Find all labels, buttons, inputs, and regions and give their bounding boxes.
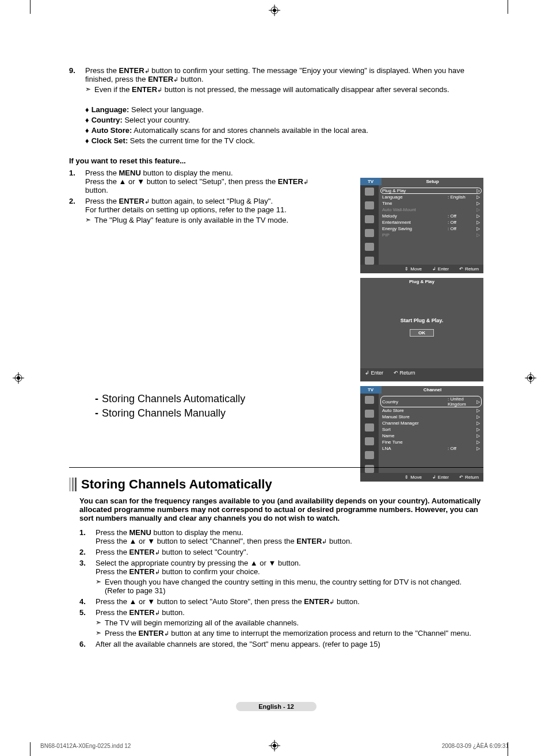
osd-footer: ⇕Move ↲Enter ↶Return <box>360 265 483 273</box>
step-body: After all the available channels are sto… <box>96 640 483 648</box>
row-label: Language <box>382 194 448 200</box>
text: The TV will begin memorizing all of the … <box>105 618 299 627</box>
row-value: United Kingdom <box>448 396 476 407</box>
enter-icon: ↲ <box>157 86 162 94</box>
chevron-right-icon: ▷ <box>476 427 480 432</box>
row-label: Country <box>382 399 448 404</box>
step-number: 1. <box>79 528 96 545</box>
osd-menu-row[interactable]: Name▷ <box>382 433 480 439</box>
row-value: Off <box>448 213 476 219</box>
print-registration-icon <box>13 372 24 384</box>
enter-icon: ↲ <box>365 370 369 376</box>
text: button. <box>334 597 359 606</box>
chevron-right-icon: ▷ <box>476 188 480 193</box>
text: Press the ▲ or ▼ button to select "Setup… <box>85 177 278 186</box>
chevron-right-icon: ▷ <box>476 408 480 413</box>
text: button. <box>178 75 203 83</box>
note-text: The "Plug & Play" feature is only availa… <box>94 216 288 224</box>
note-arrow-icon: ➣ <box>85 216 91 224</box>
text: Press the <box>105 629 139 637</box>
enter-label: ENTER <box>119 66 144 75</box>
osd-menu-row[interactable]: Auto Store▷ <box>382 407 480 414</box>
enter-icon: ↲ <box>144 198 150 205</box>
chevron-right-icon: ▷ <box>476 414 480 419</box>
bold-label: ENTER <box>129 608 155 617</box>
osd-menu-row[interactable]: Channel Manager▷ <box>382 420 480 426</box>
osd-sidebar-icon <box>365 437 374 445</box>
note-text: The TV will begin memorizing all of the … <box>105 618 299 627</box>
doc-filename: BN68-01412A-X0Eng-0225.indd 12 <box>40 743 131 749</box>
step: 3.Select the appropriate country by pres… <box>79 559 483 595</box>
chevron-right-icon: ▷ <box>476 213 480 219</box>
osd-menu-row[interactable]: EntertainmentOff▷ <box>382 219 480 226</box>
osd-menu-row[interactable]: MelodyOff▷ <box>382 213 480 219</box>
diamond-bullet-icon: ♦ <box>85 105 89 114</box>
osd-menu-row[interactable]: PIP▷ <box>382 232 480 238</box>
chevron-right-icon: ▷ <box>476 194 480 200</box>
osd-message: Start Plug & Play. <box>401 318 443 323</box>
text: button to select "Country". <box>160 548 249 556</box>
osd-menu-row[interactable]: Plug & Play▷ <box>380 188 482 194</box>
enter-icon: ↲ <box>144 67 150 75</box>
bold-label: ENTER <box>139 629 164 637</box>
step-number: 1. <box>69 169 85 194</box>
step-body: Press the MENU button to display the men… <box>96 528 483 545</box>
text: Press the ▲ or ▼ button to select "Chann… <box>96 537 296 545</box>
osd-menu-row[interactable]: Auto Wall-Mount▷ <box>382 207 480 213</box>
text: button. <box>327 537 352 545</box>
osd-menu-row[interactable]: Time▷ <box>382 200 480 207</box>
feature-bullet-list: ♦Language: Select your language. ♦Countr… <box>85 105 483 145</box>
osd-menu-row[interactable]: LNAOff▷ <box>382 445 480 452</box>
enter-icon: ↲ <box>432 266 436 272</box>
osd-sidebar-icon <box>365 451 374 459</box>
bullet-label: Country: <box>92 116 123 124</box>
osd-sidebar <box>360 394 379 473</box>
step-number: 5. <box>79 608 96 637</box>
enter-icon: ↲ <box>155 549 160 556</box>
chevron-right-icon: ▷ <box>476 226 480 231</box>
osd-menu-row[interactable]: LanguageEnglish▷ <box>382 194 480 200</box>
chevron-right-icon: ▷ <box>476 399 480 404</box>
step-number: 3. <box>79 559 96 595</box>
heading-bars-icon <box>69 478 77 491</box>
note-text: Press the ENTER↲ button at any time to i… <box>105 629 471 637</box>
osd-menu-row[interactable]: Energy SavingOff▷ <box>382 226 480 232</box>
text: Press the <box>85 66 119 75</box>
osd-rows: Plug & Play▷LanguageEnglish▷Time▷Auto Wa… <box>379 185 483 265</box>
print-registration-icon <box>269 5 280 16</box>
osd-ok-button[interactable]: OK <box>410 329 434 337</box>
section-contents-list: -Storing Channels Automatically -Storing… <box>95 393 245 422</box>
row-label: Time <box>382 201 448 206</box>
reset-heading: If you want to reset this feature... <box>69 156 483 165</box>
osd-menu-row[interactable]: Sort▷ <box>382 426 480 433</box>
bullet-text: Select your country. <box>123 116 190 124</box>
osd-sidebar-icon <box>365 243 374 251</box>
bullet-label: Clock Set: <box>92 136 128 145</box>
bold-label: ENTER <box>296 537 322 545</box>
section-heading: Storing Channels Automatically <box>81 477 272 492</box>
text: button to display the menu. <box>151 528 243 537</box>
osd-sidebar <box>360 185 379 265</box>
step-number: 4. <box>79 597 96 606</box>
enter-icon: ↲ <box>155 609 160 617</box>
osd-title: Channel <box>381 386 483 394</box>
step-number: 6. <box>79 640 96 648</box>
enter-icon: ↲ <box>164 630 169 637</box>
section-divider <box>69 467 483 468</box>
osd-menu-row[interactable]: CountryUnited Kingdom▷ <box>380 396 482 407</box>
osd-menu-row[interactable]: Fine Tune▷ <box>382 439 480 445</box>
row-label: Plug & Play <box>382 188 448 193</box>
step-number: 9. <box>69 66 85 94</box>
row-label: Entertainment <box>382 220 448 225</box>
text: button to confirm your choice. <box>160 567 260 576</box>
chevron-right-icon: ▷ <box>476 220 480 225</box>
osd-hint-return: ↶ Return <box>394 370 415 376</box>
reset-step-2: 2. Press the ENTER↲ button again, to sel… <box>69 197 322 224</box>
osd-sidebar-icon <box>365 188 374 196</box>
print-registration-icon <box>525 372 536 384</box>
crop-mark <box>508 0 508 14</box>
bullet-label: Auto Store: <box>92 126 132 135</box>
text: button. <box>85 186 108 194</box>
osd-menu-row[interactable]: Manual Store▷ <box>382 414 480 420</box>
osd-hint-enter: ↲Enter <box>432 266 449 272</box>
